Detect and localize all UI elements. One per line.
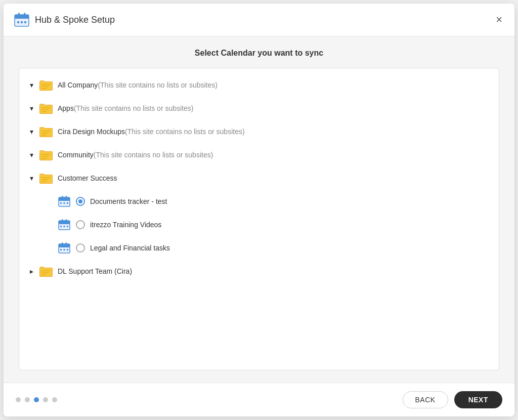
svg-rect-57 [59, 244, 70, 247]
svg-rect-69 [41, 274, 47, 275]
svg-rect-45 [66, 196, 67, 199]
next-button[interactable]: NEXT [454, 391, 502, 408]
step-dots [16, 397, 57, 402]
item-label-all-company: All Company [58, 81, 98, 89]
svg-rect-33 [41, 156, 49, 157]
dialog-title: Hub & Spoke Setup [35, 15, 115, 25]
item-sublabel-apps: (This site contains no lists or subsites… [74, 104, 194, 112]
svg-rect-59 [66, 242, 67, 245]
svg-rect-54 [64, 226, 65, 227]
tree-item-customer-success[interactable]: ▾ Customer Success [19, 166, 499, 190]
step-dot-1 [16, 397, 21, 402]
step-dot-2 [25, 397, 30, 402]
item-label-cira-design: Cira Design Mockups [58, 128, 125, 136]
svg-rect-61 [64, 249, 65, 250]
back-button[interactable]: BACK [403, 391, 448, 408]
svg-rect-67 [41, 270, 51, 271]
dialog-body: Select Calendar you want to sync ▾ All C… [4, 36, 514, 383]
tree-item-cira-design[interactable]: ▾ Cira Design Mockups (This site contain… [19, 120, 499, 143]
folder-icon-customer-success [39, 172, 53, 185]
item-label-documents-tracker: Documents tracker - test [90, 197, 167, 205]
radio-documents-tracker[interactable] [76, 197, 85, 206]
svg-rect-13 [41, 88, 47, 89]
item-sublabel-cira-design: (This site contains no lists or subsites… [125, 128, 245, 136]
item-label-itrezzo-training: itrezzo Training Videos [90, 221, 161, 229]
svg-rect-1 [15, 15, 29, 19]
svg-rect-18 [41, 107, 51, 108]
svg-rect-25 [41, 131, 51, 132]
folder-icon-all-company [39, 78, 53, 92]
svg-rect-43 [59, 197, 70, 201]
svg-rect-40 [41, 179, 49, 180]
svg-rect-51 [62, 219, 63, 222]
step-dot-4 [43, 397, 48, 402]
item-label-customer-success: Customer Success [58, 174, 117, 182]
svg-rect-32 [41, 154, 51, 155]
close-button[interactable]: × [494, 14, 504, 25]
item-label-legal-financial: Legal and Financial tasks [90, 244, 170, 252]
svg-rect-26 [41, 133, 49, 134]
svg-rect-52 [66, 219, 67, 222]
section-title: Select Calendar you want to sync [19, 49, 499, 58]
toggle-arrow-cira-design: ▾ [27, 128, 35, 136]
toggle-arrow-community: ▾ [27, 151, 35, 159]
dialog-footer: BACK NEXT [4, 383, 514, 416]
toggle-arrow-dl-support: ▸ [27, 267, 35, 275]
item-label-community: Community [58, 151, 94, 159]
calendar-icon-legal-financial [58, 241, 71, 255]
svg-rect-48 [67, 202, 68, 204]
svg-rect-44 [62, 196, 63, 199]
calendar-tree: ▾ All Company (This site contains no lis… [19, 68, 499, 370]
svg-rect-2 [18, 13, 20, 17]
item-label-apps: Apps [58, 104, 74, 112]
folder-icon-dl-support [39, 265, 53, 278]
svg-rect-5 [21, 21, 23, 23]
tree-item-apps[interactable]: ▾ Apps (This site contains no lists or s… [19, 97, 499, 120]
folder-icon-cira-design [39, 125, 53, 138]
svg-rect-12 [41, 86, 49, 87]
svg-rect-55 [67, 226, 68, 227]
svg-rect-47 [64, 202, 65, 204]
svg-rect-46 [60, 202, 62, 204]
hub-spoke-dialog: Hub & Spoke Setup × Select Calendar you … [4, 4, 514, 416]
radio-legal-financial[interactable] [76, 243, 85, 253]
svg-rect-4 [17, 21, 19, 23]
toggle-arrow-apps: ▾ [27, 104, 35, 112]
svg-rect-11 [41, 84, 51, 85]
toggle-arrow-customer-success: ▾ [27, 174, 35, 182]
dialog-header: Hub & Spoke Setup × [4, 4, 514, 36]
svg-rect-60 [60, 249, 62, 250]
toggle-arrow-all-company: ▾ [27, 81, 35, 89]
svg-rect-27 [41, 135, 47, 136]
calendar-icon-itrezzo-training [58, 218, 71, 231]
svg-rect-39 [41, 177, 51, 178]
svg-rect-19 [41, 109, 49, 110]
svg-rect-20 [41, 111, 47, 112]
svg-rect-53 [60, 226, 62, 227]
item-label-dl-support: DL Support Team (Cira) [58, 267, 132, 275]
folder-icon-apps [39, 102, 53, 115]
tree-item-dl-support[interactable]: ▸ DL Support Team (Cira) [19, 260, 499, 283]
item-sublabel-all-company: (This site contains no lists or subsites… [98, 81, 218, 89]
svg-rect-34 [41, 158, 47, 159]
svg-rect-68 [41, 272, 49, 273]
step-dot-3 [34, 397, 39, 402]
svg-rect-62 [67, 249, 68, 250]
svg-rect-6 [24, 21, 26, 23]
calendar-header-icon [14, 12, 30, 28]
calendar-icon-documents-tracker [58, 195, 71, 208]
footer-buttons: BACK NEXT [403, 391, 502, 408]
svg-rect-58 [62, 242, 63, 245]
tree-item-all-company[interactable]: ▾ All Company (This site contains no lis… [19, 73, 499, 97]
radio-itrezzo-training[interactable] [76, 220, 85, 229]
svg-rect-3 [24, 13, 25, 17]
tree-item-community[interactable]: ▾ Community (This site contains no lists… [19, 143, 499, 166]
tree-item-legal-financial[interactable]: Legal and Financial tasks [19, 236, 499, 260]
step-dot-5 [52, 397, 57, 402]
folder-icon-community [39, 148, 53, 161]
item-sublabel-community: (This site contains no lists or subsites… [94, 151, 213, 159]
svg-rect-50 [59, 221, 70, 224]
tree-item-documents-tracker[interactable]: Documents tracker - test [19, 190, 499, 213]
tree-item-itrezzo-training[interactable]: itrezzo Training Videos [19, 213, 499, 236]
svg-rect-41 [41, 181, 47, 182]
